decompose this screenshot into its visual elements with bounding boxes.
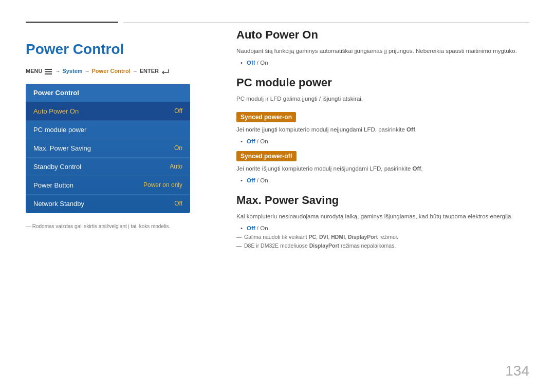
top-line-short [26, 22, 118, 23]
footnote: — Rodomas vaizdas gali skirtis atsižvelg… [26, 223, 216, 229]
menu-box-header: Power Control [26, 84, 190, 102]
max-power-saving-note-2: D8E ir DM32E modeliuose DisplayPort reži… [236, 242, 529, 249]
enter-icon [162, 68, 169, 74]
arrow-3: → [133, 68, 138, 74]
section-max-power-saving-desc: Kai kompiuteriu nesinaudojama nurodytą l… [236, 212, 529, 221]
menu-path: MENU → System → Power Control → ENTER [26, 68, 216, 74]
menu-path-enter: ENTER [140, 68, 159, 74]
synced-power-on-badge: Synced power-on [236, 112, 296, 122]
menu-item-power-button-value: Power on only [143, 181, 182, 189]
max-power-saving-note-1: Galima naudoti tik veikiant PC, DVI, HDM… [236, 234, 529, 240]
top-decorative-lines [26, 21, 529, 24]
menu-item-auto-power-on-label: Auto Power On [33, 107, 79, 115]
menu-item-network-standby[interactable]: Network Standby Off [26, 195, 190, 213]
synced-power-on-off: Off [247, 138, 255, 144]
menu-item-auto-power-on[interactable]: Auto Power On Off [26, 102, 190, 121]
menu-item-max-power-saving-value: On [174, 144, 182, 152]
menu-item-standby-control[interactable]: Standby Control Auto [26, 158, 190, 176]
menu-item-power-button-label: Power Button [33, 181, 73, 189]
menu-path-system: System [62, 68, 82, 74]
section-pc-module-power-desc: PC modulį ir LFD galima įjungti / išjung… [236, 95, 529, 103]
arrow-2: → [85, 68, 90, 74]
menu-item-standby-control-label: Standby Control [33, 163, 81, 171]
menu-item-pc-module-power-label: PC module power [33, 126, 86, 134]
auto-power-on-off: Off [247, 60, 255, 66]
arrow-1: → [55, 68, 60, 74]
menu-item-max-power-saving[interactable]: Max. Power Saving On [26, 139, 190, 158]
max-power-saving-sep: / On [257, 225, 268, 231]
menu-item-network-standby-label: Network Standby [33, 200, 84, 208]
svg-rect-2 [45, 73, 52, 74]
page-container: Power Control MENU → System → Power Cont… [0, 0, 555, 392]
max-power-saving-off: Off [247, 225, 255, 231]
auto-power-on-sep: / On [257, 60, 268, 66]
synced-power-on-desc: Jei norite įjungti kompiuterio modulį ne… [236, 125, 529, 134]
synced-power-off-desc: Jei norite išjungti kompiuterio modulį n… [236, 164, 529, 173]
menu-path-menu: MENU [26, 68, 42, 74]
menu-item-network-standby-value: Off [174, 200, 182, 207]
synced-power-off-bullet: Off / On [247, 177, 529, 183]
menu-icon [44, 68, 53, 74]
right-column: Auto Power On Naudojant šią funkciją gam… [236, 28, 529, 249]
menu-item-auto-power-on-value: Off [174, 107, 182, 115]
menu-item-power-button[interactable]: Power Button Power on only [26, 176, 190, 195]
top-line-long [123, 22, 529, 23]
svg-rect-1 [45, 71, 52, 72]
menu-item-pc-module-power[interactable]: PC module power [26, 121, 190, 139]
synced-power-off-sep: / On [257, 177, 268, 183]
section-auto-power-on-desc: Naudojant šią funkciją gaminys automatiš… [236, 47, 529, 55]
menu-path-power-control: Power Control [92, 68, 131, 74]
svg-rect-0 [45, 69, 52, 70]
synced-power-on-sep: / On [257, 138, 268, 144]
synced-power-off-badge: Synced power-off [236, 151, 297, 161]
section-auto-power-on-title: Auto Power On [236, 28, 529, 42]
menu-box: Power Control Auto Power On Off PC modul… [26, 84, 190, 213]
left-column: Power Control MENU → System → Power Cont… [26, 33, 216, 229]
section-max-power-saving-title: Max. Power Saving [236, 194, 529, 207]
section-pc-module-power-title: PC module power [236, 76, 529, 89]
page-title: Power Control [26, 41, 216, 58]
page-number: 134 [505, 363, 529, 379]
menu-item-max-power-saving-label: Max. Power Saving [33, 144, 91, 152]
max-power-saving-bullet: Off / On [247, 225, 529, 231]
menu-item-standby-control-value: Auto [170, 163, 182, 170]
synced-power-off-off: Off [247, 177, 255, 183]
synced-power-on-bullet: Off / On [247, 138, 529, 144]
auto-power-on-bullet: Off / On [247, 60, 529, 66]
